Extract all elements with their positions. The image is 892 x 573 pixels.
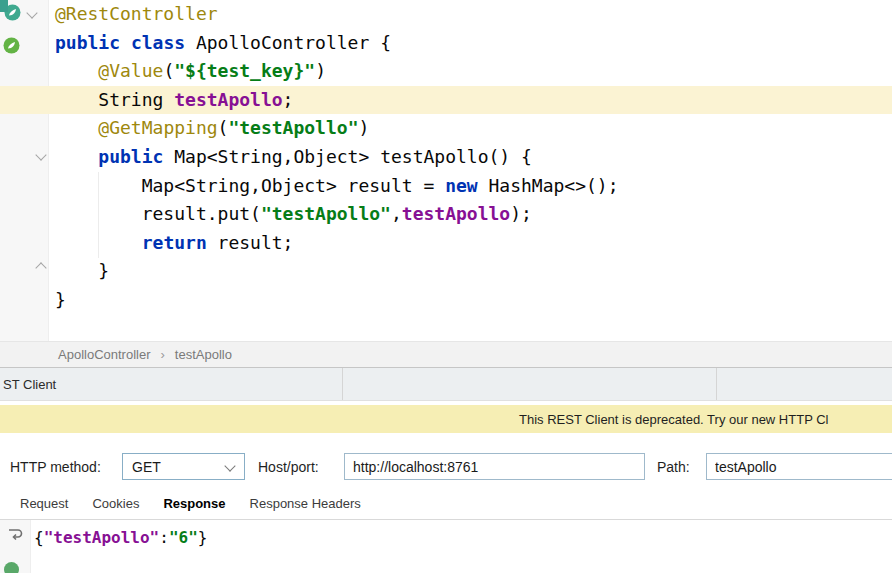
code-token: ); [510,203,532,224]
header-divider [716,368,717,400]
code-line[interactable]: public class ApolloController { [0,29,892,58]
code-token: } [198,528,208,547]
code-token: result; [207,232,294,253]
spring-bean-icon[interactable] [3,37,20,54]
code-editor[interactable]: @RestControllerpublic class ApolloContro… [0,0,892,341]
chevron-down-icon [224,460,235,471]
breadcrumb-item[interactable]: ApolloController [58,347,151,362]
breadcrumb-separator: › [161,347,165,362]
tab-request[interactable]: Request [20,496,68,511]
code-token: new [445,175,478,196]
tab-response-headers[interactable]: Response Headers [250,496,361,511]
tab-cookies[interactable]: Cookies [92,496,139,511]
code-token: : [159,528,169,547]
code-token: @RestController [55,3,218,24]
soft-wrap-icon[interactable] [6,525,24,543]
tab-response[interactable]: Response [163,496,225,511]
code-line[interactable]: } [0,257,892,286]
breadcrumb: ApolloController›testApollo [0,341,892,367]
indent-guide [98,172,99,258]
code-token [55,60,98,81]
path-input[interactable] [706,453,892,480]
code-line[interactable]: @Value("${test_key}") [0,57,892,86]
code-token: class [131,32,185,53]
code-line[interactable]: @RestController [0,0,892,29]
http-method-label: HTTP method: [10,459,101,475]
host-port-input[interactable] [344,453,645,480]
response-body[interactable]: {"testApollo":"6"} [34,528,207,547]
code-token: testApollo [174,89,282,110]
code-token: Map<String,Object> result = [55,175,445,196]
tab-bar: RequestCookiesResponseResponse Headers [0,488,892,518]
code-line[interactable]: @GetMapping("testApollo") [0,114,892,143]
code-token: ) [315,60,326,81]
code-token: ( [163,60,174,81]
code-token: result.put( [55,203,261,224]
green-circle-icon [4,562,19,573]
tool-stripe-icon [0,0,8,12]
code-token: public [55,32,120,53]
code-token: , [391,203,402,224]
code-line[interactable]: result.put("testApollo",testApollo); [0,200,892,229]
toolwindow-title: ST Client [3,377,56,392]
code-token: "testApollo" [261,203,391,224]
code-token: public [98,146,163,167]
deprecation-banner: This REST Client is deprecated. Try our … [0,405,892,433]
http-method-select[interactable]: GET [122,453,245,480]
code-token: testApollo [402,203,510,224]
breadcrumb-item[interactable]: testApollo [175,347,232,362]
code-line[interactable]: public Map<String,Object> testApollo() { [0,143,892,172]
code-token: String [55,89,174,110]
code-token: @Value [98,60,163,81]
code-token: } [55,260,109,281]
code-line[interactable]: String testApollo; [0,86,892,115]
code-token: HashMap<>(); [478,175,619,196]
code-token: ) [358,117,369,138]
path-label: Path: [657,459,690,475]
code-area[interactable]: @RestControllerpublic class ApolloContro… [0,0,892,315]
host-port-label: Host/port: [258,459,319,475]
code-token: { [34,528,44,547]
toolwindow-header: ST Client [0,367,892,401]
code-token: return [142,232,207,253]
response-viewer[interactable]: {"testApollo":"6"} [0,519,892,573]
code-line[interactable]: return result; [0,229,892,258]
code-token: ( [218,117,229,138]
code-line[interactable]: } [0,286,892,315]
code-token [55,117,98,138]
code-token: ApolloController { [185,32,391,53]
code-token [55,146,98,167]
code-token [120,32,131,53]
code-token: @GetMapping [98,117,217,138]
banner-message: This REST Client is deprecated. Try our … [519,412,828,427]
code-token: ; [283,89,294,110]
code-token: } [55,289,66,310]
code-token: "testApollo" [228,117,358,138]
header-divider [342,368,343,400]
code-token: "testApollo" [44,528,160,547]
ide-window: @RestControllerpublic class ApolloContro… [0,0,892,573]
code-token: Map<String,Object> testApollo() { [163,146,531,167]
code-line[interactable]: Map<String,Object> result = new HashMap<… [0,172,892,201]
code-token: "6" [169,528,198,547]
code-token: "${test_key}" [174,60,315,81]
http-method-value: GET [132,459,161,475]
